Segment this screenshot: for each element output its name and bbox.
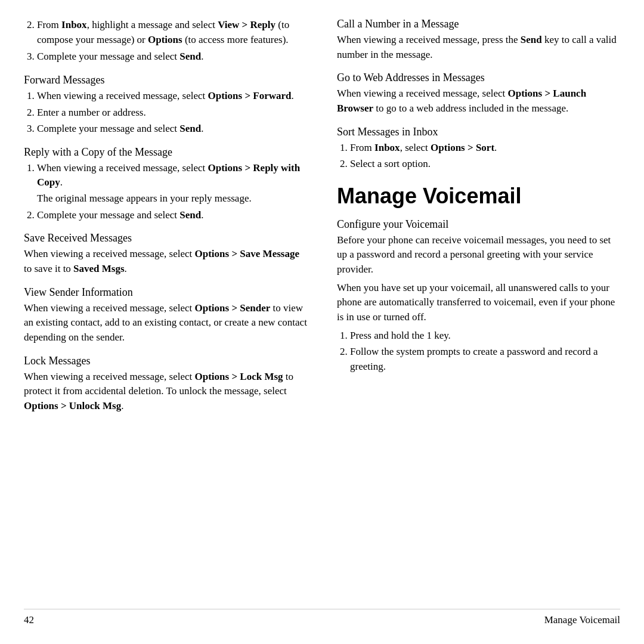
intro-list: From Inbox, highlight a message and sele… [37,18,307,64]
reply-copy-list: When viewing a received message, select … [37,161,307,223]
list-item: When viewing a received message, select … [37,89,307,104]
bold-options-sort: Options > Sort [431,142,494,153]
bold-send2: Send [179,123,201,134]
save-text: When viewing a received message, select … [24,247,307,276]
bold-view-reply: View > Reply [218,19,275,30]
bold-options: Options [148,34,182,45]
list-item: When viewing a received message, select … [37,161,307,206]
manage-voicemail-heading: Manage Voicemail [337,184,620,209]
list-item: Complete your message and select Send. [37,208,307,223]
web-addresses-text: When viewing a received message, select … [337,86,620,116]
reply-copy-subtext: The original message appears in your rep… [37,191,307,206]
section-title-lock: Lock Messages [24,355,307,367]
section-title-configure-voicemail: Configure your Voicemail [337,218,620,231]
list-item: Follow the system prompts to create a pa… [350,345,620,374]
forward-list: When viewing a received message, select … [37,89,307,137]
sort-list: From Inbox, select Options > Sort. Selec… [350,141,620,172]
voicemail-setup-list: Press and hold the 1 key. Follow the sys… [350,329,620,374]
section-title-web-addresses: Go to Web Addresses in Messages [337,72,620,84]
section-title-sender: View Sender Information [24,286,307,299]
page: From Inbox, highlight a message and sele… [0,0,644,644]
bold-options-forward: Options > Forward [208,90,292,101]
list-item: Press and hold the 1 key. [350,329,620,343]
list-item: Complete your message and select Send. [37,122,307,137]
content-area: From Inbox, highlight a message and sele… [24,18,620,604]
section-title-save: Save Received Messages [24,232,307,244]
right-column: Call a Number in a Message When viewing … [331,18,620,604]
list-item: Enter a number or address. [37,106,307,120]
list-item: From Inbox, highlight a message and sele… [37,18,307,47]
bold-inbox-sort: Inbox [374,142,400,153]
footer: 42 Manage Voicemail [24,609,620,626]
lock-text: When viewing a received message, select … [24,370,307,414]
bold-options-reply-copy: Options > Reply with Copy [37,162,300,188]
configure-voicemail-text1: Before your phone can receive voicemail … [337,233,620,277]
section-title-call-number: Call a Number in a Message [337,18,620,30]
bold-send3: Send [179,209,201,221]
section-title-sort: Sort Messages in Inbox [337,126,620,138]
bold-save-message: Options > Save Message [195,248,299,259]
bold-sender: Options > Sender [195,302,271,314]
list-item: Select a sort option. [350,157,620,172]
bold-unlock-msg: Options > Unlock Msg [24,400,121,411]
list-item: Complete your message and select Send. [37,49,307,64]
footer-section-title: Manage Voicemail [544,614,620,626]
bold-saved-msgs: Saved Msgs [73,263,124,274]
footer-page-number: 42 [24,614,34,626]
section-title-reply-copy: Reply with a Copy of the Message [24,146,307,159]
bold-inbox: Inbox [61,19,87,30]
call-number-text: When viewing a received message, press t… [337,33,620,62]
bold-send-key: Send [521,34,542,45]
left-column: From Inbox, highlight a message and sele… [24,18,313,604]
sender-text: When viewing a received message, select … [24,301,307,345]
list-item: From Inbox, select Options > Sort. [350,141,620,156]
bold-launch-browser: Options > Launch Browser [337,88,586,114]
configure-voicemail-text2: When you have set up your voicemail, all… [337,281,620,325]
bold-send: Send [179,51,201,62]
section-title-forward: Forward Messages [24,74,307,86]
bold-lock-msg: Options > Lock Msg [195,371,283,382]
